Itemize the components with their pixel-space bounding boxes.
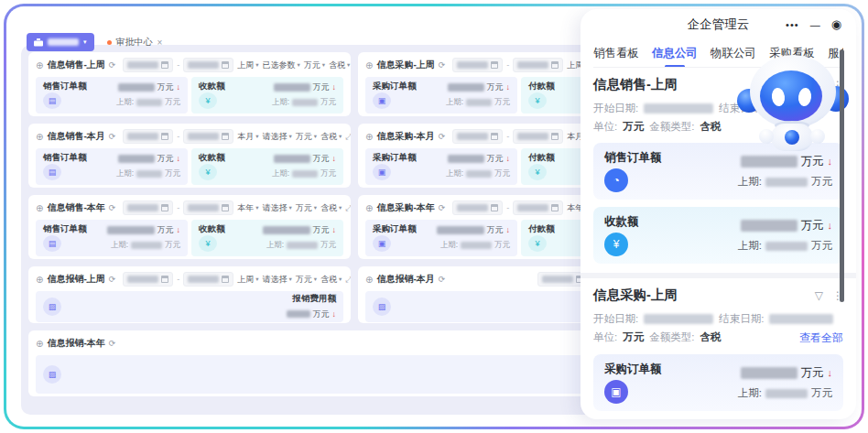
tab-approval-center[interactable]: 审批中心 × [100,33,170,51]
down-arrow-icon: ↓ [828,157,833,167]
start-date-input[interactable] [123,129,173,144]
expand-icon[interactable]: ⤢ [345,203,351,213]
metric-expense: ▨ 报销费用额 万元↓ [36,291,343,322]
drag-handle-icon[interactable]: ⊕ [36,339,43,349]
redacted-value [461,242,492,249]
card-info-sales-month: ⊕ 信息销售-本月 ⟳ - 本月▾ 请选择▾ 万元▾ 含税▾ ⤢ [28,124,351,188]
unit-select[interactable]: 万元▾ [296,202,317,214]
redacted-value [287,242,318,249]
refresh-icon[interactable]: ⟳ [109,132,116,141]
refresh-icon[interactable]: ⟳ [439,203,446,212]
refresh-icon[interactable]: ⟳ [439,132,446,141]
metric-label: 采购订单额 [373,81,417,92]
redacted-value [136,170,162,178]
range-select[interactable]: 本月▾ [237,131,258,143]
panel-card-sales-order[interactable]: 销售订单额 ◔ 万元↓ 上期:万元 [593,143,843,200]
company-selector[interactable]: ▾ [27,33,94,51]
tax-select[interactable]: 含税▾ [320,202,342,214]
panel-title: 企企管理云 [688,16,750,33]
drag-handle-icon[interactable]: ⊕ [365,60,373,70]
tax-select[interactable]: 含税▾ [329,60,350,71]
end-date-input[interactable] [513,200,563,215]
start-date-input[interactable] [123,200,173,215]
param-select[interactable]: 已选参数▾ [263,60,300,71]
card-label: 采购订单额 [604,362,662,377]
redacted-date [457,204,488,211]
metric-label: 收款额 [199,152,225,164]
workspace-tabstrip: ▾ 审批中心 × [27,32,169,52]
drag-handle-icon[interactable]: ⊕ [365,203,373,213]
purchase-order-icon: ▣ [373,92,391,109]
start-date-input[interactable] [452,58,503,72]
redacted-value [292,99,318,106]
redacted-value [118,83,155,92]
metric-purchase-order: 采购订单额▣ 万元↓ 上期:万元 [365,77,517,114]
panel-section-header: 信息销售-上周 ⋮ [593,76,843,93]
param-select[interactable]: 请选择▾ [263,131,292,143]
start-date-input[interactable] [452,200,503,215]
drag-handle-icon[interactable]: ⊕ [36,60,43,70]
tab-purchase-board[interactable]: 采购看板 [769,46,815,61]
minimize-icon[interactable]: — [810,19,820,30]
tab-iot-company[interactable]: 物联公司 [711,46,756,61]
redacted-value [287,310,310,318]
purchase-order-icon: ▣ [373,235,391,252]
end-date-input[interactable] [513,58,563,72]
tax-select[interactable]: 含税▾ [320,131,342,143]
range-select[interactable]: 本年▾ [237,202,258,214]
end-date-input[interactable] [513,129,563,144]
more-icon[interactable]: ••• [786,19,799,30]
filter-icon[interactable]: ▽ [815,289,823,302]
expand-icon[interactable]: ⤢ [345,275,351,285]
unit-select[interactable]: 万元▾ [296,131,317,143]
tab-info-company[interactable]: 信息公司 [652,46,698,61]
unit-select[interactable]: 万元▾ [296,274,317,286]
drag-handle-icon[interactable]: ⊕ [365,275,373,285]
card-label: 销售订单额 [604,150,662,166]
calendar-icon [551,61,559,69]
range-select[interactable]: 上周▾ [237,60,258,71]
drag-handle-icon[interactable]: ⊕ [36,275,43,285]
down-arrow-icon: ↓ [177,226,181,234]
start-date-input[interactable] [452,129,503,144]
param-select[interactable]: 请选择▾ [263,202,292,214]
end-date-input[interactable] [183,200,233,215]
range-select[interactable]: 上周▾ [237,274,258,286]
refresh-icon[interactable]: ⟳ [109,339,116,348]
drag-handle-icon[interactable]: ⊕ [365,132,373,142]
start-date-input[interactable] [123,272,173,287]
end-date-input[interactable] [183,129,233,144]
unit-select[interactable]: 万元▾ [304,60,325,71]
expand-icon[interactable]: ⤢ [345,132,351,142]
drag-handle-icon[interactable]: ⊕ [36,132,43,142]
redacted-value [741,156,797,168]
purchase-order-icon: ▣ [373,164,391,180]
end-date-input[interactable] [183,58,233,72]
tax-select[interactable]: 含税▾ [320,274,342,286]
refresh-icon[interactable]: ⟳ [109,203,116,212]
refresh-icon[interactable]: ⟳ [439,60,446,70]
card-title: 信息报销-本月 [376,273,434,286]
refresh-icon[interactable]: ⟳ [439,275,446,284]
down-arrow-icon: ↓ [177,155,181,163]
sales-order-icon: ▤ [43,164,61,180]
panel-card-receipts[interactable]: 收款额 ¥ 万元↓ 上期:万元 [593,207,843,264]
refresh-icon[interactable]: ⟳ [109,60,116,70]
panel-card-purchase-order[interactable]: 采购订单额 ▣ 万元↓ 上期:万元 [593,354,843,411]
close-icon[interactable]: × [157,38,163,48]
close-icon[interactable]: ◉ [831,17,841,31]
scrollbar-thumb[interactable] [840,49,844,302]
metric-receipts: 收款额¥ 万元↓ 上期:万元 [191,77,343,114]
tab-sales-board[interactable]: 销售看板 [593,46,639,61]
redacted-date [127,276,158,283]
param-select[interactable]: 请选择▾ [263,274,292,286]
view-all-link[interactable]: 查看全部 [799,329,843,347]
redacted-company-name [48,38,79,46]
refresh-icon[interactable]: ⟳ [109,275,116,284]
start-date-input[interactable] [123,58,173,72]
redacted-date [127,204,158,211]
down-arrow-icon: ↓ [177,83,181,92]
receipt-icon: ¥ [199,235,217,252]
drag-handle-icon[interactable]: ⊕ [36,203,43,213]
end-date-input[interactable] [183,272,233,287]
